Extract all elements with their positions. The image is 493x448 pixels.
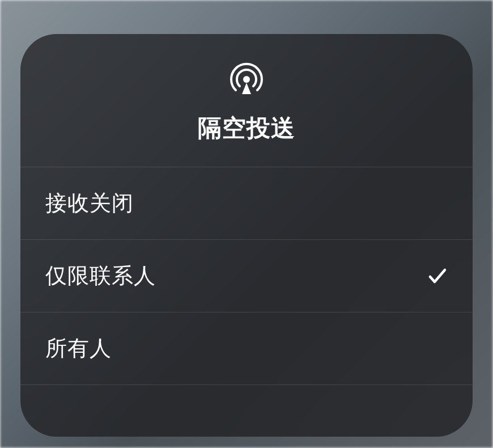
checkmark-icon (427, 266, 448, 286)
option-contacts-only[interactable]: 仅限联系人 (20, 240, 473, 312)
option-everyone[interactable]: 所有人 (20, 312, 473, 385)
option-label: 仅限联系人 (45, 261, 156, 290)
panel-header: 隔空投送 (20, 34, 473, 167)
panel-title: 隔空投送 (198, 112, 295, 144)
airdrop-icon (230, 62, 264, 96)
option-receiving-off[interactable]: 接收关闭 (20, 167, 473, 240)
option-label: 接收关闭 (45, 189, 134, 218)
svg-point-0 (243, 76, 250, 83)
option-label: 所有人 (45, 334, 112, 363)
airdrop-panel: 隔空投送 接收关闭 仅限联系人 所有人 (20, 34, 473, 437)
